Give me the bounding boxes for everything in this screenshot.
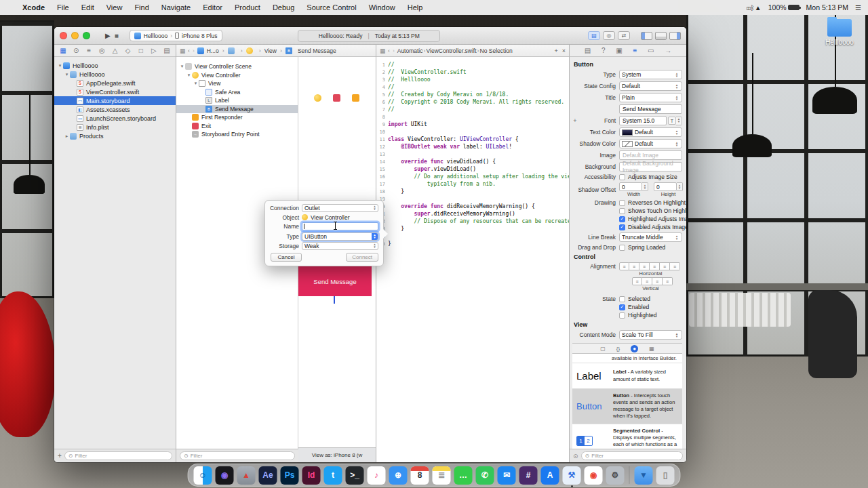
inspector-toggle-button[interactable] — [669, 32, 681, 40]
dock-app-photoshop[interactable]: Ps — [281, 466, 299, 485]
menu-help[interactable]: Help — [401, 3, 429, 12]
library-item-label[interactable]: LabelLabel - A variably sized amount of … — [572, 363, 682, 389]
menu-bar-clock[interactable]: Mon 5:13 PM — [806, 3, 848, 12]
dock-app-messages[interactable]: … — [454, 466, 473, 485]
forward-icon[interactable]: › — [393, 47, 395, 54]
back-icon[interactable]: ‹ — [188, 47, 190, 54]
forward-icon[interactable]: › — [193, 47, 195, 54]
outline-row-first-responder[interactable]: First Responder — [176, 113, 298, 122]
related-items-icon[interactable]: ▦ — [180, 47, 185, 54]
dock-app-app-store[interactable]: A — [541, 466, 559, 485]
crumb-item[interactable]: Send Message — [298, 47, 336, 54]
dock-app-notes[interactable]: ≣ — [433, 466, 451, 485]
editor-crumb[interactable]: ViewController.swift — [427, 47, 477, 54]
dock-app-itunes[interactable]: ♪ — [368, 466, 386, 485]
view-controller-icon[interactable] — [314, 94, 321, 102]
debug-area-toggle-button[interactable] — [655, 32, 667, 40]
crumb-view[interactable]: View — [264, 47, 277, 54]
dock-app-calendar[interactable]: 8 — [411, 466, 429, 485]
code-snippet-library-icon[interactable]: {} — [616, 346, 620, 352]
shadow-width-field[interactable]: 0 — [619, 182, 642, 191]
file-row-hellloooo[interactable]: ▾Hellloooo — [54, 70, 176, 79]
file-row-assets-xcassets[interactable]: ◧Assets.xcassets — [54, 105, 176, 114]
zoom-window-button[interactable] — [83, 32, 90, 39]
title-style-popup[interactable]: Plain▴▾ — [619, 93, 682, 102]
navigator-tab-source-control[interactable]: ⊙ — [71, 47, 81, 54]
exit-icon[interactable] — [333, 94, 340, 102]
attributes-inspector-icon[interactable]: ≡ — [633, 47, 637, 54]
disclosure-icon[interactable]: ▾ — [193, 81, 199, 86]
version-editor-button[interactable]: ⇄ — [618, 31, 630, 40]
dock-app-indesign[interactable]: Id — [302, 466, 321, 485]
dock-app-system-preferences[interactable]: ⚙ — [606, 466, 625, 485]
battery-indicator[interactable]: 100% — [768, 3, 800, 12]
shadow-color-popup[interactable]: Default▴▾ — [619, 139, 682, 148]
stop-button[interactable]: ■ — [115, 32, 119, 39]
height-stepper[interactable]: ▲▼ — [677, 182, 683, 191]
dock-app-siri[interactable]: ◉ — [216, 466, 234, 485]
file-row-hellloooo[interactable]: ▾Hellloooo — [54, 61, 176, 70]
related-items-icon[interactable]: ▦ — [380, 47, 385, 54]
outline-row-exit[interactable]: Exit — [176, 122, 298, 131]
navigator-tab-find[interactable]: ◎ — [97, 47, 106, 54]
font-field[interactable]: System 15.0 — [619, 116, 667, 125]
menu-debug[interactable]: Debug — [267, 3, 300, 12]
navigator-tab-breakpoints[interactable]: ▷ — [149, 47, 159, 54]
storage-popup[interactable]: Weak▲▼ — [302, 242, 378, 250]
horizontal-alignment-segment[interactable]: ≡ — [650, 262, 660, 270]
library-filter-field[interactable]: ⊙ Filter — [581, 451, 683, 460]
state-config-popup[interactable]: Default▴▾ — [619, 81, 682, 91]
dock-app-twitter[interactable]: t — [324, 466, 342, 485]
shadow-height-field[interactable]: 0 — [654, 182, 677, 191]
close-window-button[interactable] — [60, 32, 67, 39]
dock-app-downloads-folder[interactable]: ▼ — [635, 466, 653, 485]
drawing-checkbox-shows-touch-on-highlight[interactable] — [619, 208, 625, 214]
filter-mode-icon[interactable]: ⊙ — [573, 453, 578, 460]
dock-app-slack[interactable]: # — [519, 466, 538, 485]
horizontal-alignment-segment[interactable]: ≡ — [629, 262, 639, 270]
connect-button[interactable]: Connect — [346, 253, 378, 262]
media-library-icon[interactable]: ▦ — [649, 346, 654, 352]
horizontal-alignment-segment[interactable]: ≡ — [670, 262, 680, 270]
state-checkbox-selected[interactable] — [619, 296, 625, 302]
dock-app-chrome[interactable]: ◉ — [585, 466, 603, 485]
name-input[interactable] — [302, 222, 378, 230]
navigator-tab-project[interactable]: ▦ — [58, 47, 68, 54]
run-button[interactable]: ▶ — [105, 32, 111, 39]
connections-inspector-icon[interactable]: → — [665, 47, 671, 54]
vertical-alignment-segment[interactable]: ≡ — [632, 277, 642, 285]
button-title-field[interactable]: Send Message — [619, 104, 682, 114]
menu-view[interactable]: View — [100, 3, 129, 12]
outline-row-storyboard-entry-point[interactable]: →Storyboard Entry Point — [176, 130, 298, 139]
file-row-viewcontroller-swift[interactable]: SViewController.swift — [54, 87, 176, 96]
content-mode-popup[interactable]: Scale To Fill▴▾ — [619, 330, 682, 340]
standard-editor-button[interactable]: ▤ — [588, 31, 600, 40]
dock-app-safari[interactable]: ⊕ — [389, 466, 408, 485]
editor-crumb[interactable]: Automatic — [397, 47, 423, 54]
dock-app-xcode[interactable]: ⚒ — [563, 466, 581, 485]
code-editor[interactable]: 1//2// ViewController.swift3// Hellloooo… — [376, 57, 569, 462]
crumb-app[interactable]: H...o — [207, 47, 219, 54]
outline-filter-field[interactable]: ⊙ Filter — [180, 451, 295, 460]
horizontal-alignment-segment[interactable]: ≡ — [660, 262, 670, 270]
first-responder-icon[interactable] — [352, 94, 359, 102]
outline-row-send-message[interactable]: BSend Message — [176, 105, 298, 114]
disclosure-icon[interactable]: ▸ — [64, 134, 70, 139]
file-row-products[interactable]: ▸Products — [54, 131, 176, 140]
menu-navigate[interactable]: Navigate — [155, 3, 197, 12]
menu-product[interactable]: Product — [229, 3, 267, 12]
file-row-appdelegate-swift[interactable]: SAppDelegate.swift — [54, 79, 176, 87]
assistant-editor-button[interactable]: ◎ — [603, 31, 615, 40]
dock-app-trash[interactable]: ▯ — [656, 466, 675, 485]
dock-app-facetime[interactable]: ✆ — [476, 466, 494, 485]
dock-app-after-effects[interactable]: Ae — [259, 466, 277, 485]
disclosure-icon[interactable]: ▾ — [186, 73, 192, 78]
close-editor-icon[interactable]: × — [562, 47, 566, 54]
disclosure-icon[interactable]: ▾ — [64, 72, 70, 77]
menu-find[interactable]: Find — [128, 3, 155, 12]
line-break-popup[interactable]: Truncate Middle▴▾ — [619, 232, 682, 242]
identity-inspector-icon[interactable]: ▣ — [616, 47, 622, 54]
disclosure-icon[interactable]: ▾ — [57, 63, 63, 68]
navigator-tab-reports[interactable]: ▤ — [162, 47, 172, 54]
adjusts-image-size-checkbox[interactable] — [619, 174, 625, 180]
